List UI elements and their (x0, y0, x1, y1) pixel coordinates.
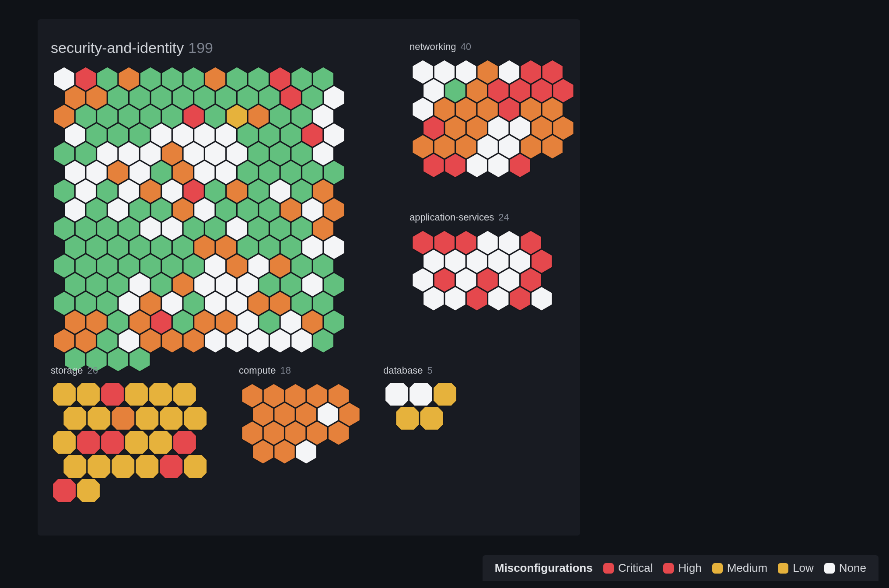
oct-cell[interactable] (77, 430, 100, 454)
oct-cell[interactable] (420, 406, 443, 430)
group-cells-storage (52, 382, 209, 504)
oct-cell[interactable] (135, 455, 159, 478)
hexbin-panel: security-and-identity199networking40appl… (38, 19, 580, 536)
oct-cell[interactable] (87, 406, 111, 430)
oct-cell[interactable] (385, 382, 409, 406)
legend-swatch-low (778, 563, 788, 574)
oct-cell[interactable] (396, 406, 419, 430)
legend-item-high: High (663, 561, 701, 575)
oct-cell[interactable] (433, 382, 457, 406)
legend-item-medium: Medium (712, 561, 767, 575)
oct-cell[interactable] (52, 479, 76, 502)
group-name: compute (239, 365, 276, 376)
legend-title: Misconfigurations (495, 561, 593, 575)
oct-cell[interactable] (149, 430, 172, 454)
group-cells-compute (240, 383, 364, 466)
group-count: 5 (427, 365, 433, 376)
legend-swatch-medium (712, 563, 723, 574)
legend-label-none: None (839, 561, 866, 575)
group-count: 24 (498, 212, 509, 223)
oct-cell[interactable] (183, 406, 207, 430)
group-count: 26 (87, 365, 98, 376)
oct-cell[interactable] (111, 455, 135, 478)
oct-cell[interactable] (173, 430, 196, 454)
legend-item-critical: Critical (603, 561, 653, 575)
group-count: 40 (460, 41, 471, 52)
oct-cell[interactable] (77, 479, 100, 502)
legend-label-high: High (678, 561, 701, 575)
oct-cell[interactable] (101, 382, 124, 406)
legend: Misconfigurations Critical High Medium L… (483, 555, 878, 581)
group-name: storage (51, 365, 83, 376)
oct-cell[interactable] (63, 455, 87, 478)
oct-cell[interactable] (409, 382, 433, 406)
oct-cell[interactable] (101, 430, 124, 454)
legend-item-none: None (824, 561, 866, 575)
group-cells-application-services (410, 230, 556, 313)
legend-swatch-high (663, 563, 674, 574)
oct-cell[interactable] (159, 455, 183, 478)
oct-cell[interactable] (183, 455, 207, 478)
group-title-application-services[interactable]: application-services24 (410, 212, 509, 223)
legend-item-low: Low (778, 561, 814, 575)
group-title-database[interactable]: database5 (383, 365, 433, 376)
oct-cell[interactable] (135, 406, 159, 430)
oct-cell[interactable] (173, 382, 196, 406)
group-name: networking (410, 41, 456, 52)
group-cells-database (385, 382, 458, 432)
group-name: security-and-identity (51, 39, 184, 56)
oct-cell[interactable] (159, 406, 183, 430)
oct-cell[interactable] (77, 382, 100, 406)
group-cells-security-and-identity (52, 66, 349, 374)
legend-label-medium: Medium (727, 561, 767, 575)
group-title-storage[interactable]: storage26 (51, 365, 98, 376)
oct-cell[interactable] (63, 406, 87, 430)
oct-cell[interactable] (52, 382, 76, 406)
group-count: 199 (188, 39, 213, 56)
group-title-security-and-identity[interactable]: security-and-identity199 (51, 39, 213, 56)
group-title-compute[interactable]: compute18 (239, 365, 291, 376)
oct-cell[interactable] (149, 382, 172, 406)
group-title-networking[interactable]: networking40 (410, 41, 471, 52)
legend-label-critical: Critical (618, 561, 653, 575)
oct-cell[interactable] (52, 430, 76, 454)
oct-cell[interactable] (87, 455, 111, 478)
legend-label-low: Low (793, 561, 814, 575)
group-name: application-services (410, 212, 494, 223)
oct-cell[interactable] (125, 430, 148, 454)
oct-cell[interactable] (125, 382, 148, 406)
legend-swatch-critical (603, 563, 614, 574)
legend-swatch-none (824, 563, 835, 574)
group-cells-networking (410, 60, 578, 180)
oct-cell[interactable] (111, 406, 135, 430)
group-count: 18 (280, 365, 290, 376)
group-name: database (383, 365, 423, 376)
